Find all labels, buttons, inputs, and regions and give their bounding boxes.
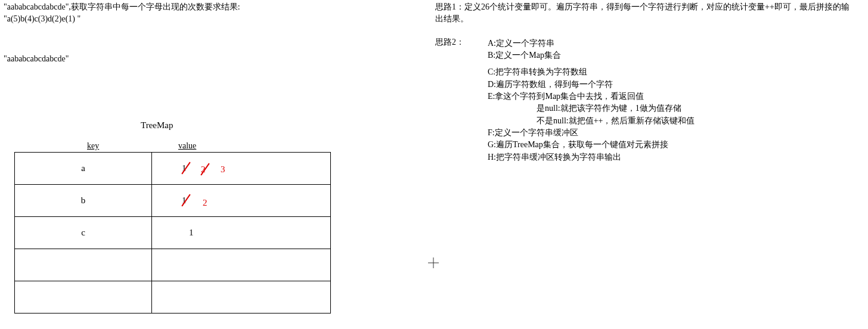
idea1-text: 思路1：定义26个统计变量即可。遍历字符串，得到每一个字符进行判断，对应的统计变… bbox=[435, 1, 852, 26]
col-header-value: value bbox=[178, 141, 196, 151]
problem-statement: "aababcabcdabcde",获取字符串中每一个字母出现的次数要求结果: … bbox=[4, 1, 421, 24]
step-d: D:遍历字符数组，得到每一个字符 bbox=[488, 79, 852, 91]
table-title: TreeMap bbox=[141, 120, 173, 131]
table-row bbox=[15, 281, 331, 314]
value-current: 1 bbox=[189, 228, 194, 238]
crosshair-cursor-icon bbox=[428, 257, 439, 271]
treemap-table: a 1 2 3 b 1 2 c bbox=[14, 152, 331, 314]
key-cell: b bbox=[15, 185, 152, 217]
value-current: 3 bbox=[221, 164, 225, 175]
step-h: H:把字符串缓冲区转换为字符串输出 bbox=[488, 151, 852, 163]
key-cell bbox=[15, 249, 152, 281]
idea2-steps: A:定义一个字符串 B:定义一个Map集合 C:把字符串转换为字符数组 D:遍历… bbox=[488, 38, 852, 163]
problem-line2: "a(5)b(4)c(3)d(2)e(1) " bbox=[4, 13, 421, 25]
value-cell: 1 bbox=[152, 217, 331, 249]
table-row: b 1 2 bbox=[15, 185, 331, 217]
step-f: F:定义一个字符串缓冲区 bbox=[488, 127, 852, 139]
step-a: A:定义一个字符串 bbox=[488, 38, 852, 49]
key-cell: c bbox=[15, 217, 152, 249]
value-cell bbox=[152, 281, 331, 314]
sample-string: "aababcabcdabcde" bbox=[4, 54, 421, 64]
step-e-null: 是null:就把该字符作为键，1做为值存储 bbox=[537, 103, 852, 114]
table-row bbox=[15, 249, 331, 281]
step-g: G:遍历TreeMap集合，获取每一个键值对元素拼接 bbox=[488, 139, 852, 151]
step-b: B:定义一个Map集合 bbox=[488, 49, 852, 61]
thoughts-block: 思路1：定义26个统计变量即可。遍历字符串，得到每一个字符进行判断，对应的统计变… bbox=[435, 1, 852, 163]
value-current: 2 bbox=[203, 198, 207, 208]
step-e: E:拿这个字符到Map集合中去找，看返回值 bbox=[488, 91, 852, 103]
step-c: C:把字符串转换为字符数组 bbox=[488, 66, 852, 78]
key-cell bbox=[15, 281, 152, 314]
table-row: a 1 2 3 bbox=[15, 153, 331, 185]
col-header-key: key bbox=[87, 141, 99, 151]
key-cell: a bbox=[15, 153, 152, 185]
value-cell: 1 2 bbox=[152, 185, 331, 217]
step-e-notnull: 不是null:就把值++，然后重新存储该键和值 bbox=[537, 115, 852, 127]
problem-line1: "aababcabcdabcde",获取字符串中每一个字母出现的次数要求结果: bbox=[4, 1, 421, 13]
value-cell: 1 2 3 bbox=[152, 153, 331, 185]
value-cell bbox=[152, 249, 331, 281]
table-row: c 1 bbox=[15, 217, 331, 249]
